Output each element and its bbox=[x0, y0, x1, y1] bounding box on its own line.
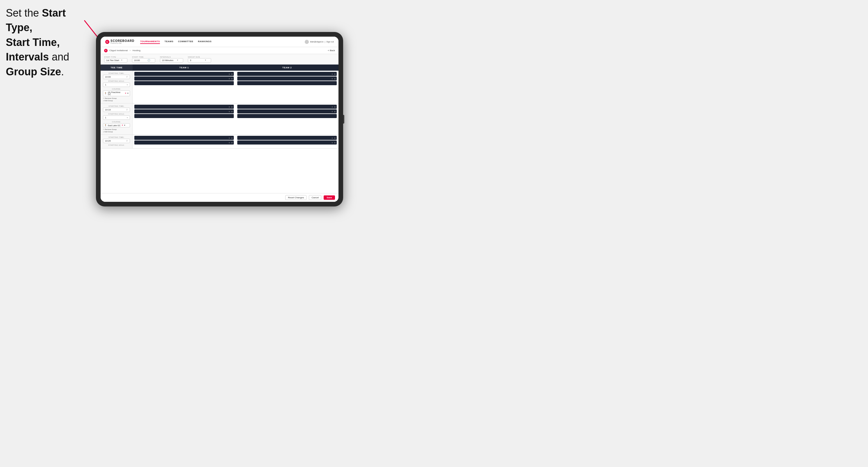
start-time-value: 10:00 bbox=[134, 59, 140, 62]
intervals-chevron-icon: ▾ bbox=[177, 59, 178, 61]
player-remove-3-1[interactable]: ✕ bbox=[228, 106, 230, 108]
group-actions-1: ○ Remove Group + Add Group bbox=[103, 97, 130, 101]
starting-hole-value-2[interactable]: 1 ▾ bbox=[103, 116, 130, 120]
player-remove-6-2[interactable]: ✕ bbox=[332, 142, 333, 144]
starting-hole-label-1: STARTING HOLE: bbox=[103, 80, 130, 82]
course-icon-1: 🏌 bbox=[104, 92, 107, 94]
player-settings-2-1[interactable]: ⚙ bbox=[334, 73, 336, 75]
player-settings-6-2[interactable]: ⚙ bbox=[334, 142, 336, 144]
start-type-filter-group: Start Type 1st Tee Start ▾ bbox=[104, 56, 127, 63]
hole-text-2: 1 bbox=[105, 116, 106, 119]
player-empty-1-3 bbox=[134, 81, 234, 85]
starting-time-value-2[interactable]: 10:10 ⏱ bbox=[103, 107, 130, 112]
time-clock-icon-1: ⏱ bbox=[126, 76, 128, 78]
player-remove-4-1[interactable]: ✕ bbox=[332, 106, 333, 108]
player-empty-2-3 bbox=[237, 81, 337, 85]
intervals-select[interactable]: 10 Minutes ▾ bbox=[160, 58, 183, 63]
breadcrumb: C Clippd Invitational > Hosting bbox=[104, 49, 141, 52]
nav-link-teams[interactable]: TEAMS bbox=[164, 39, 174, 44]
player-remove-1-1[interactable]: ✕ bbox=[228, 73, 230, 75]
player-row-4-2: ✕ ⚙ bbox=[237, 109, 337, 114]
time-text-3: 10:20 bbox=[105, 139, 111, 142]
player-remove-1-2[interactable]: ✕ bbox=[228, 77, 230, 80]
starting-time-value-3[interactable]: 10:20 ⏱ bbox=[103, 139, 130, 143]
start-time-filter-group: Start Time 10:00 🕙 bbox=[132, 56, 155, 63]
starting-time-label-1: STARTING TIME: bbox=[103, 72, 130, 74]
player-settings-4-2[interactable]: ⚙ bbox=[334, 111, 336, 113]
logo-area: C SCOREBOARD Powered by clipp bbox=[105, 39, 134, 44]
player-remove-2-1[interactable]: ✕ bbox=[332, 73, 333, 75]
start-time-select[interactable]: 10:00 🕙 bbox=[132, 58, 155, 63]
player-settings-3-1[interactable]: ⚙ bbox=[231, 106, 232, 108]
hole-chevron-icon-1: ▾ bbox=[127, 84, 128, 86]
team1-cell-3: ✕ ⚙ ✕ ⚙ bbox=[133, 135, 236, 148]
player-settings-3-2[interactable]: ⚙ bbox=[231, 111, 232, 113]
nav-link-committee[interactable]: COMMITTEE bbox=[178, 39, 193, 44]
back-button[interactable]: < Back bbox=[328, 49, 335, 52]
course-label-2: COURSE: bbox=[103, 121, 130, 123]
player-settings-1-1[interactable]: ⚙ bbox=[231, 73, 232, 75]
player-empty-3-3 bbox=[134, 114, 234, 118]
tablet-frame: C SCOREBOARD Powered by clipp TOURNAMENT… bbox=[96, 32, 343, 207]
player-settings-5-2[interactable]: ⚙ bbox=[231, 142, 232, 144]
group-actions-2: ○ Remove Group + Add Group bbox=[103, 128, 130, 133]
player-settings-2-2[interactable]: ⚙ bbox=[334, 77, 336, 80]
start-type-select[interactable]: 1st Tee Start ▾ bbox=[104, 58, 127, 63]
instruction-area: Set the Start Type,Start Time,Intervals … bbox=[6, 6, 93, 79]
player-remove-6-1[interactable]: ✕ bbox=[332, 137, 333, 139]
intervals-value: 10 Minutes bbox=[162, 59, 173, 62]
nav-link-rankings[interactable]: RANKINGS bbox=[198, 39, 212, 44]
course-tag-1: 🏌 (A) Peachtree GC ✕ ▾ bbox=[103, 90, 130, 96]
cancel-button[interactable]: Cancel bbox=[309, 195, 321, 200]
hole-chevron-icon-2: ▾ bbox=[127, 117, 128, 119]
remove-group-label-1: Remove Group bbox=[105, 97, 117, 99]
player-settings-6-1[interactable]: ⚙ bbox=[334, 137, 336, 139]
remove-icon-1: ○ bbox=[103, 97, 104, 99]
group-size-filter-group: Group Size 3 ▾ bbox=[188, 56, 211, 63]
start-type-chevron-icon: ▾ bbox=[121, 59, 122, 61]
player-row-2-1: ✕ ⚙ bbox=[237, 72, 337, 76]
player-remove-2-2[interactable]: ✕ bbox=[332, 77, 333, 80]
course-remove-2[interactable]: ✕ bbox=[122, 124, 123, 126]
group-row-1: STARTING TIME: 10:00 ⏱ STARTING HOLE: 1 … bbox=[101, 71, 339, 103]
save-button[interactable]: Save bbox=[323, 195, 335, 200]
remove-group-btn-2[interactable]: ○ Remove Group bbox=[103, 128, 130, 130]
player-remove-5-2[interactable]: ✕ bbox=[228, 142, 230, 144]
reset-changes-button[interactable]: Reset Changes bbox=[285, 195, 307, 200]
starting-hole-value-1[interactable]: 1 ▾ bbox=[103, 83, 130, 87]
player-row-5-2: ✕ ⚙ bbox=[134, 141, 234, 145]
group-size-select[interactable]: 3 ▾ bbox=[188, 58, 211, 63]
remove-group-btn-1[interactable]: ○ Remove Group bbox=[103, 97, 130, 99]
group-size-label: Group Size bbox=[188, 56, 211, 58]
th-tee-time: Tee Time bbox=[101, 65, 133, 71]
start-type-label: Start Type bbox=[104, 56, 127, 58]
sign-out-link[interactable]: Sign out bbox=[326, 41, 334, 43]
group-left-3: STARTING TIME: 10:20 ⏱ STARTING HOLE: bbox=[101, 135, 133, 148]
course-tag-2: 🏌 East Lake GC ✕ ▾ bbox=[103, 123, 130, 127]
course-chevron-2: ▾ bbox=[124, 124, 125, 126]
bc-tournament[interactable]: Clippd Invitational bbox=[109, 49, 128, 52]
course-remove-1[interactable]: ✕ bbox=[125, 92, 126, 94]
starting-time-value-1[interactable]: 10:00 ⏱ bbox=[103, 75, 130, 79]
table-header: Tee Time Team 1 Team 2 bbox=[101, 65, 339, 71]
nav-link-tournaments[interactable]: TOURNAMENTS bbox=[140, 39, 160, 44]
player-remove-3-2[interactable]: ✕ bbox=[228, 111, 230, 113]
bc-separator: > bbox=[129, 49, 131, 52]
add-group-btn-2[interactable]: + Add Group bbox=[103, 131, 130, 133]
player-remove-4-2[interactable]: ✕ bbox=[332, 111, 333, 113]
player-settings-1-2[interactable]: ⚙ bbox=[231, 77, 232, 80]
course-icon-2: 🏌 bbox=[104, 124, 107, 126]
starting-hole-label-2: STARTING HOLE: bbox=[103, 113, 130, 115]
player-settings-4-1[interactable]: ⚙ bbox=[334, 106, 336, 108]
intervals-filter-group: Intervals 10 Minutes ▾ bbox=[160, 56, 183, 63]
nav-bar: C SCOREBOARD Powered by clipp TOURNAMENT… bbox=[101, 37, 339, 47]
team2-cell-1: ✕ ⚙ ✕ ⚙ bbox=[236, 71, 339, 103]
remove-group-label-2: Remove Group bbox=[105, 128, 117, 130]
player-row-6-1: ✕ ⚙ bbox=[237, 136, 337, 140]
player-remove-5-1[interactable]: ✕ bbox=[228, 137, 230, 139]
add-group-btn-1[interactable]: + Add Group bbox=[103, 100, 130, 101]
tablet-screen: C SCOREBOARD Powered by clipp TOURNAMENT… bbox=[101, 37, 339, 202]
time-text-2: 10:10 bbox=[105, 108, 111, 111]
player-settings-5-1[interactable]: ⚙ bbox=[231, 137, 232, 139]
player-row-6-2: ✕ ⚙ bbox=[237, 141, 337, 145]
